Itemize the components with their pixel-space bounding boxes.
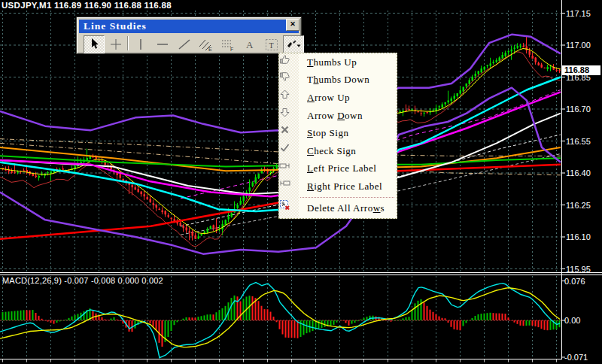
menu-item-label: Check Sign: [299, 145, 356, 157]
current-price-tag: 116.88: [562, 65, 600, 75]
menu-item-arrow-down[interactable]: Arrow Down: [279, 107, 397, 125]
equidistant-channel-icon: E: [196, 36, 216, 53]
svg-text:F: F: [230, 47, 233, 52]
menu-item-arrow-up[interactable]: Arrow Up: [279, 89, 397, 107]
arrows-icon: [284, 36, 303, 53]
close-icon[interactable]: ✕: [286, 19, 299, 31]
toolbar-button-crosshair[interactable]: [105, 35, 126, 53]
toolbar-button-equidistant-channel[interactable]: E: [196, 35, 217, 53]
text-label-icon: T: [262, 36, 281, 53]
menu-item-label: Left Price Label: [299, 162, 376, 174]
toolbar-button-trendline[interactable]: [174, 35, 195, 53]
vertical-line-icon: [131, 36, 150, 53]
menu-item-delete-all-arrows[interactable]: Delete All Arrows: [279, 199, 397, 217]
price-axis-label: 116.40: [566, 168, 591, 177]
toolbar-button-text[interactable]: A: [239, 35, 260, 53]
menu-item-thumbs-down[interactable]: Thumbs Down: [279, 71, 397, 89]
menu-item-label: Thumbs Down: [299, 74, 369, 86]
quote-line: USDJPY,M1 116.89 116.90 116.88 116.88: [2, 1, 172, 10]
macd-indicator-label: MACD(12,26,9) -0.007 -0.008 0.000 0.002: [2, 276, 163, 285]
pointer-icon: [84, 36, 104, 53]
horizontal-line-icon: [153, 36, 172, 53]
toolbar-button-fibonacci-retracement[interactable]: F: [217, 35, 239, 53]
price-axis-label: 115.95: [566, 265, 591, 274]
macd-axis-label: 0.076: [564, 277, 585, 286]
toolbar-button-vertical-line[interactable]: [130, 35, 151, 53]
menu-item-label: Thumbs Up: [299, 56, 357, 68]
line-studies-window: Line Studies ✕ EFAT: [76, 17, 302, 54]
menu-item-left-price-label[interactable]: Left Price Label: [279, 160, 397, 178]
mt4-chart-window: { "quote": { "symbol_line": "USDJPY,M1 1…: [0, 0, 602, 364]
toolbar-button-horizontal-line[interactable]: [152, 35, 173, 53]
macd-axis-label: 0.00: [564, 316, 580, 325]
menu-item-thumbs-up[interactable]: Thumbs Up: [279, 53, 397, 71]
price-axis-label: 117.00: [566, 41, 591, 50]
menu-item-label: Arrow Up: [299, 92, 350, 104]
toolbar-button-text-label[interactable]: T: [261, 35, 282, 53]
toolbar-button-arrows[interactable]: [283, 35, 304, 53]
svg-text:T: T: [269, 41, 274, 50]
price-axis-label: 117.15: [566, 9, 591, 18]
trendline-icon: [175, 36, 194, 53]
menu-item-label: Delete All Arrows: [299, 202, 385, 214]
menu-item-check-sign[interactable]: Check Sign: [279, 142, 397, 160]
toolbar-separator: [127, 36, 129, 50]
svg-text:E: E: [208, 47, 212, 52]
crosshair-icon: [106, 36, 126, 53]
price-axis-label: 116.55: [566, 137, 591, 146]
line-studies-toolbar: EFAT: [79, 35, 299, 53]
window-titlebar[interactable]: Line Studies: [79, 20, 299, 33]
text-icon: A: [240, 36, 260, 53]
menu-item-label: Stop Sign: [299, 127, 348, 139]
fibonacci-retracement-icon: F: [218, 36, 238, 53]
price-axis-label: 116.70: [566, 105, 591, 114]
menu-item-right-price-label[interactable]: Right Price Label: [279, 177, 397, 196]
price-axis-label: 116.10: [566, 232, 591, 241]
macd-panel[interactable]: [0, 283, 561, 358]
arrows-dropdown-menu: Thumbs UpThumbs DownArrow UpArrow DownSt…: [278, 53, 397, 219]
macd-axis-label: -0.071: [564, 353, 588, 362]
price-axis-label: 116.25: [566, 201, 591, 210]
menu-item-label: Right Price Label: [299, 180, 382, 193]
toolbar-button-pointer[interactable]: [84, 35, 105, 53]
svg-text:A: A: [246, 39, 254, 50]
menu-item-stop-sign[interactable]: Stop Sign: [279, 124, 397, 142]
menu-item-label: Arrow Down: [299, 110, 363, 122]
